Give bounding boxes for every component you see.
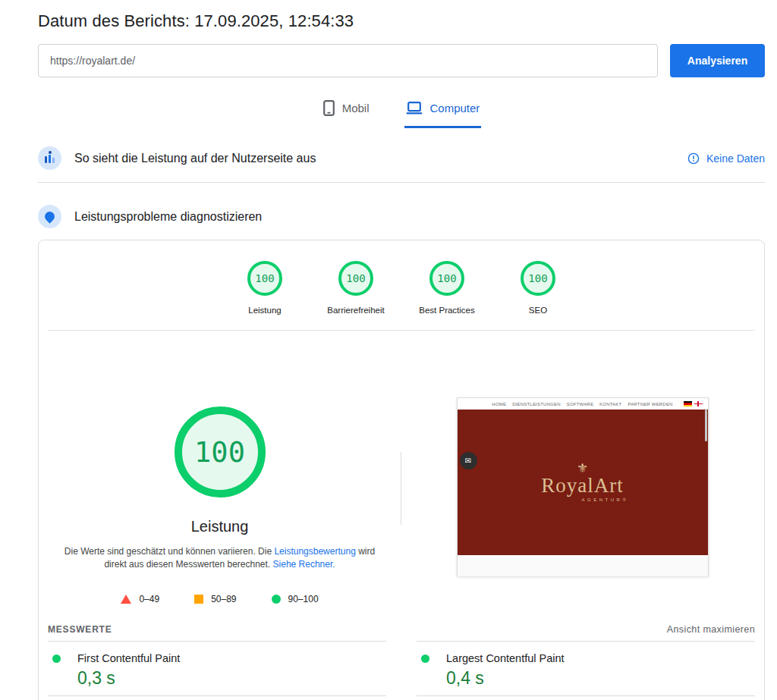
report-date: Datum des Berichts: 17.09.2025, 12:54:33	[38, 0, 765, 31]
site-nav: HOME DIENSTLEISTUNGEN SOFTWARE KONTAKT P…	[458, 398, 708, 410]
score-circle: 100	[429, 261, 464, 296]
calculator-link[interactable]: Siehe Rechner.	[273, 559, 335, 570]
mail-icon: ✉	[460, 452, 477, 469]
metric-value: 0,4 s	[446, 668, 755, 689]
metric-name: Largest Contentful Paint	[446, 652, 565, 664]
site-nav-item: KONTAKT	[599, 402, 621, 407]
maximize-view-link[interactable]: Ansicht maximieren	[667, 624, 755, 635]
screenshot-column: HOME DIENSTLEISTUNGEN SOFTWARE KONTAKT P…	[401, 331, 764, 604]
metrics-grid: First Contentful Paint 0,3 s Largest Con…	[48, 641, 755, 696]
score-circle: 100	[338, 261, 373, 296]
score-performance[interactable]: 100 Leistung	[219, 261, 310, 315]
field-data-title: So sieht die Leistung auf der Nutzerseit…	[74, 152, 316, 165]
gauge-column: 100 Leistung Die Werte sind geschätzt un…	[39, 331, 401, 604]
language-flags	[684, 401, 703, 407]
metric-lcp: Largest Contentful Paint 0,4 s	[417, 641, 755, 696]
site-logo-text: RoyalArt	[541, 474, 624, 497]
thumbnail-scrollbar	[705, 410, 707, 441]
green-metric-dot-icon	[52, 654, 61, 663]
diagnose-title: Leistungsprobleme diagnostizieren	[74, 210, 262, 224]
score-label: SEO	[529, 306, 547, 315]
legend-range: 50–89	[211, 594, 236, 604]
score-disclaimer: Die Werte sind geschätzt und können vari…	[59, 545, 381, 571]
field-data-section-header: So sieht die Leistung auf der Nutzerseit…	[38, 146, 765, 171]
tab-mobile-label: Mobil	[342, 102, 370, 115]
metric-fcp: First Contentful Paint 0,3 s	[48, 641, 386, 696]
category-scores: 100 Leistung 100 Barrierefreiheit 100 Be…	[39, 240, 764, 315]
score-label: Best Practices	[419, 306, 475, 315]
green-circle-icon	[272, 595, 281, 604]
section-divider	[38, 182, 765, 183]
score-accessibility[interactable]: 100 Barrierefreiheit	[310, 261, 401, 315]
legend-fail: 0–49	[121, 594, 159, 604]
disclaimer-text: Die Werte sind geschätzt und können vari…	[64, 546, 275, 557]
gauge-label: Leistung	[39, 518, 401, 535]
site-nav-item: HOME	[492, 402, 506, 407]
red-triangle-icon	[121, 595, 131, 604]
site-logo-subtext: AGENTUR®	[582, 498, 629, 502]
score-label: Barrierefreiheit	[327, 306, 384, 315]
no-data-label: Keine Daten	[706, 152, 765, 165]
uk-flag-icon	[694, 401, 703, 407]
green-metric-dot-icon	[421, 654, 429, 663]
site-nav-item: SOFTWARE	[567, 402, 593, 407]
score-seo[interactable]: 100 SEO	[492, 261, 584, 315]
metric-name: First Contentful Paint	[77, 652, 180, 664]
score-circle: 100	[247, 261, 282, 296]
score-circle: 100	[521, 261, 555, 296]
analyze-button[interactable]: Analysieren	[670, 44, 765, 77]
performance-overview: 100 Leistung Die Werte sind geschätzt un…	[39, 331, 764, 604]
tab-mobile[interactable]: Mobil	[322, 96, 371, 128]
page-container: Datum des Berichts: 17.09.2025, 12:54:33…	[38, 0, 765, 700]
report-card: 100 Leistung 100 Barrierefreiheit 100 Be…	[38, 240, 765, 700]
site-nav-item: PARTNER WERDEN	[628, 402, 672, 407]
diagnose-section-header: Leistungsprobleme diagnostizieren	[38, 205, 765, 230]
german-flag-icon	[684, 401, 692, 407]
legend-range: 90–100	[288, 594, 319, 604]
info-icon	[687, 152, 700, 165]
score-label: Leistung	[248, 306, 281, 315]
device-tabs: Mobil Computer	[38, 96, 765, 128]
site-hero: ⚜ RoyalArt AGENTUR® ✉	[458, 410, 708, 555]
site-nav-item: DIENSTLEISTUNGEN	[512, 402, 561, 407]
metrics-heading: MESSWERTE	[48, 624, 112, 635]
legend-range: 0–49	[139, 594, 159, 604]
mobile-phone-icon	[323, 100, 335, 116]
desktop-computer-icon	[406, 102, 423, 115]
tab-desktop-label: Computer	[430, 102, 480, 115]
metrics-header: MESSWERTE Ansicht maximieren	[48, 624, 755, 635]
score-legend: 0–49 50–89 90–100	[39, 594, 401, 604]
legend-average: 50–89	[194, 594, 236, 604]
fleur-de-lis-icon: ⚜	[577, 463, 588, 474]
url-input[interactable]	[38, 44, 658, 77]
site-footer	[458, 555, 708, 576]
performance-gauge: 100	[175, 407, 266, 498]
orange-square-icon	[194, 595, 203, 604]
tab-desktop[interactable]: Computer	[404, 96, 482, 128]
legend-pass: 90–100	[272, 594, 319, 604]
score-best-practices[interactable]: 100 Best Practices	[401, 261, 492, 315]
vertical-divider	[401, 452, 401, 525]
diagnose-compass-icon	[38, 205, 61, 228]
metric-value: 0,3 s	[77, 668, 386, 689]
user-metrics-icon	[38, 146, 61, 170]
search-bar: Analysieren	[38, 44, 765, 77]
no-data-link[interactable]: Keine Daten	[687, 152, 765, 165]
site-screenshot: HOME DIENSTLEISTUNGEN SOFTWARE KONTAKT P…	[457, 397, 709, 576]
scoring-link[interactable]: Leistungsbewertung	[274, 546, 355, 557]
